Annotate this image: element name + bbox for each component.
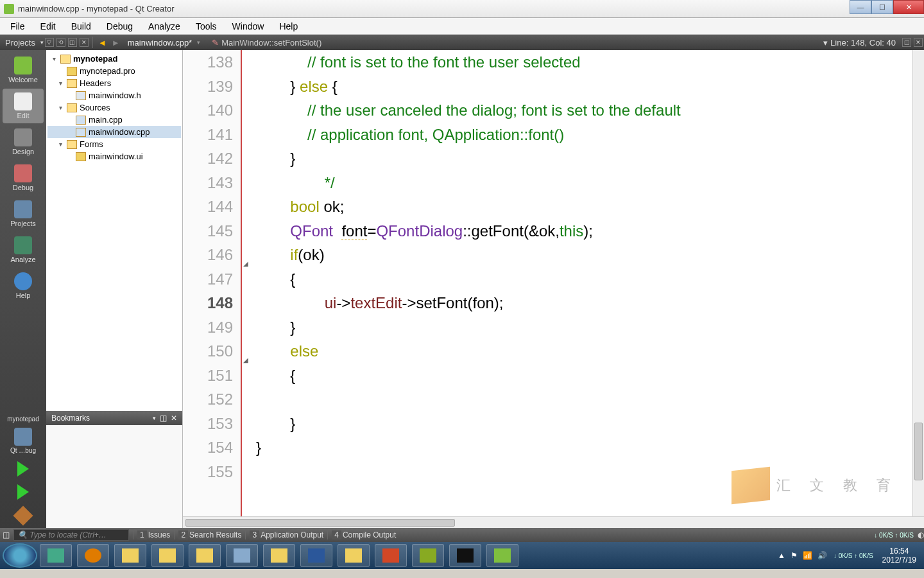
- start-button[interactable]: [3, 543, 37, 568]
- taskbar-word[interactable]: [300, 544, 332, 567]
- window-title: mainwindow.cpp - mynotepad - Qt Creator: [18, 4, 175, 13]
- close-button[interactable]: ✕: [893, 0, 924, 14]
- qt-app-icon: [4, 4, 14, 14]
- project-tree[interactable]: ▾mynotepad mynotepad.pro ▾Headers mainwi…: [46, 50, 182, 411]
- tree-item-mainwindow-cpp[interactable]: mainwindow.cpp: [47, 126, 181, 138]
- tray-net-speed: ↓ 0K/S ↑ 0K/S: [830, 552, 877, 559]
- vertical-scrollbar[interactable]: [912, 50, 924, 516]
- mode-analyze[interactable]: Analyze: [3, 232, 44, 267]
- toggle-sidebar-icon[interactable]: ◫: [3, 530, 10, 539]
- bookmarks-panel: [46, 425, 182, 528]
- maximize-button[interactable]: ☐: [871, 0, 893, 14]
- taskbar-explorer-3[interactable]: [189, 544, 221, 567]
- tray-flag-icon[interactable]: ⚑: [788, 551, 800, 560]
- locator-input[interactable]: 🔍 Type to locate (Ctrl+…: [13, 529, 129, 541]
- bookmarks-close-icon[interactable]: ✕: [171, 414, 177, 423]
- mode-debug[interactable]: Debug: [3, 161, 44, 195]
- tab-application-output[interactable]: 3Application Output: [245, 530, 327, 539]
- mode-bar: Welcome Edit Design Debug Projects Analy…: [0, 50, 46, 528]
- debug-run-button[interactable]: [17, 484, 29, 500]
- close-panel-icon[interactable]: ✕: [80, 38, 89, 47]
- taskbar-powerpoint[interactable]: [375, 544, 407, 567]
- window-titlebar: mainwindow.cpp - mynotepad - Qt Creator …: [0, 0, 924, 18]
- status-bar: ◫ 🔍 Type to locate (Ctrl+… 1Issues 2Sear…: [0, 528, 924, 542]
- sync-icon[interactable]: ⟲: [56, 38, 65, 47]
- navigation-toolbar: Projects ▾ ▽ ⟲ ◫ ✕ ◄ ► mainwindow.cpp* ▾…: [0, 35, 924, 50]
- code-editor[interactable]: 1381391401411421431441451461471481491501…: [183, 50, 924, 528]
- line-number-gutter[interactable]: 1381391401411421431441451461471481491501…: [183, 50, 242, 516]
- taskbar-explorer-1[interactable]: [114, 544, 146, 567]
- projects-selector[interactable]: Projects: [0, 38, 40, 48]
- mode-welcome[interactable]: Welcome: [3, 53, 44, 87]
- taskbar-cmd[interactable]: [449, 544, 481, 567]
- menu-analyze[interactable]: Analyze: [141, 21, 188, 31]
- split-icon[interactable]: ◫: [68, 38, 77, 47]
- taskbar-chm[interactable]: [412, 544, 444, 567]
- tab-search-results[interactable]: 2Search Results: [174, 530, 245, 539]
- menu-edit[interactable]: Edit: [33, 21, 64, 31]
- wand-icon: ✎: [212, 38, 219, 48]
- tab-issues[interactable]: 1Issues: [133, 530, 174, 539]
- minimize-button[interactable]: —: [850, 0, 871, 14]
- taskbar-vmware[interactable]: [40, 544, 72, 567]
- taskbar-explorer-2[interactable]: [151, 544, 184, 567]
- tray-clock[interactable]: 16:542012/7/19: [877, 547, 921, 565]
- net-speed: ↓ 0K/S ↑ 0K/S: [870, 532, 918, 539]
- menu-file[interactable]: File: [3, 21, 33, 31]
- taskbar-explorer-5[interactable]: [338, 544, 370, 567]
- menu-tools[interactable]: Tools: [188, 21, 225, 31]
- menu-window[interactable]: Window: [225, 21, 272, 31]
- nav-forward-icon[interactable]: ►: [109, 38, 123, 48]
- tray-arrow-icon[interactable]: ▲: [775, 551, 788, 560]
- menu-help[interactable]: Help: [271, 21, 305, 31]
- tab-compile-output[interactable]: 4Compile Output: [327, 530, 400, 539]
- filter-icon[interactable]: ▽: [45, 38, 54, 47]
- open-document-selector[interactable]: mainwindow.cpp*: [123, 38, 197, 48]
- editor-split-icon[interactable]: ◫: [902, 38, 911, 47]
- run-button[interactable]: [17, 461, 29, 477]
- build-config[interactable]: Qt …bug: [3, 426, 44, 456]
- tray-volume-icon[interactable]: 🔊: [815, 551, 830, 560]
- build-button[interactable]: [13, 505, 33, 525]
- taskbar-explorer-4[interactable]: [263, 544, 295, 567]
- tray-network-icon[interactable]: 📶: [800, 551, 815, 560]
- taskbar-qtcreator[interactable]: [486, 544, 518, 567]
- windows-taskbar: ▲ ⚑ 📶 🔊 ↓ 0K/S ↑ 0K/S 16:542012/7/19: [0, 542, 924, 569]
- taskbar-app-1[interactable]: [226, 544, 258, 567]
- kit-selector[interactable]: mynotepad: [3, 414, 44, 425]
- horizontal-scrollbar[interactable]: [183, 516, 924, 528]
- menu-bar: File Edit Build Debug Analyze Tools Wind…: [0, 18, 924, 35]
- bookmarks-split-icon[interactable]: ◫: [160, 414, 167, 423]
- mode-design[interactable]: Design: [3, 125, 44, 159]
- cursor-position: ▾ Line: 148, Col: 40: [818, 38, 901, 48]
- mode-edit[interactable]: Edit: [3, 89, 44, 123]
- mode-projects[interactable]: Projects: [3, 197, 44, 231]
- bookmarks-header[interactable]: Bookmarks▾ ◫ ✕: [46, 411, 182, 425]
- progress-icon[interactable]: ◐: [918, 530, 924, 539]
- mode-help[interactable]: Help: [3, 268, 44, 303]
- symbol-selector[interactable]: MainWindow::setFontSlot(): [221, 38, 321, 48]
- menu-debug[interactable]: Debug: [99, 21, 141, 31]
- editor-close-icon[interactable]: ✕: [914, 38, 923, 47]
- side-panel: ▾mynotepad mynotepad.pro ▾Headers mainwi…: [46, 50, 183, 528]
- taskbar-firefox[interactable]: [77, 544, 109, 567]
- menu-build[interactable]: Build: [64, 21, 99, 31]
- nav-back-icon[interactable]: ◄: [96, 38, 109, 48]
